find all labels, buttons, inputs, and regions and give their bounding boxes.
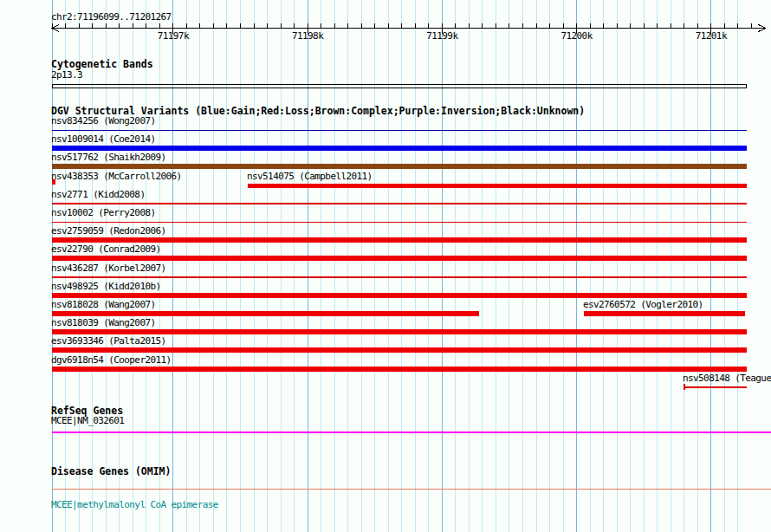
- variant-bar[interactable]: [248, 184, 747, 188]
- variant-bar[interactable]: [52, 293, 747, 298]
- variant-bar[interactable]: [52, 130, 747, 132]
- variant-label[interactable]: nsv438353 (McCarroll2006): [51, 172, 182, 181]
- variant-label[interactable]: nsv508148 (Teague: [683, 373, 771, 383]
- variant-bar[interactable]: [52, 203, 747, 204]
- variant-start-tick: [684, 384, 685, 390]
- variant-bar[interactable]: [52, 164, 747, 169]
- cytoband-rect: [52, 84, 747, 88]
- cytoband-label: 2p13.3: [51, 70, 82, 80]
- variant-bar[interactable]: [52, 329, 747, 334]
- axis-tick-label: 71198k: [290, 31, 325, 41]
- axis-tick-label: 71199k: [424, 31, 459, 41]
- variant-bar[interactable]: [52, 311, 479, 316]
- variant-label[interactable]: nsv10002 (Perry2008): [51, 208, 155, 217]
- variant-label[interactable]: nsv436287 (Korbel2007): [51, 263, 166, 273]
- variant-label[interactable]: nsv818028 (Wang2007): [51, 300, 155, 309]
- variant-bar[interactable]: [584, 311, 745, 316]
- variant-label[interactable]: esv22790 (Conrad2009): [51, 244, 160, 254]
- variant-label[interactable]: nsv1009014 (Coe2014): [51, 134, 155, 144]
- axis-tick-label: 71200k: [560, 31, 594, 41]
- variant-label[interactable]: esv3693346 (Palta2015): [51, 336, 166, 346]
- variant-bar[interactable]: [684, 386, 747, 388]
- region-coordinates-label: chr2:71196099..71201267: [51, 12, 172, 22]
- axis-tick-label: 71197k: [156, 31, 191, 41]
- axis-tick-label: 71201k: [694, 31, 729, 41]
- omim-gene-label[interactable]: MCEE|methylmalonyl CoA epimerase: [51, 500, 218, 509]
- omim-gene-line[interactable]: [52, 489, 771, 490]
- section-title-cytogenetic-bands: Cytogenetic Bands: [51, 59, 153, 69]
- refseq-gene-line[interactable]: [52, 431, 771, 433]
- variant-label[interactable]: nsv514075 (Campbell2011): [247, 172, 373, 181]
- variant-label[interactable]: nsv2771 (Kidd2008): [51, 190, 145, 199]
- section-title-disease-genes-omim: Disease Genes (OMIM): [51, 466, 171, 477]
- variant-label[interactable]: esv2760572 (Vogler2010): [583, 300, 703, 309]
- variant-label[interactable]: nsv498925 (Kidd2010b): [51, 282, 160, 291]
- refseq-gene-label[interactable]: MCEE|NM_032601: [51, 416, 124, 425]
- variant-label[interactable]: nsv834256 (Wong2007): [51, 116, 155, 126]
- variant-bar[interactable]: [52, 146, 747, 151]
- variant-bar[interactable]: [52, 367, 747, 372]
- variant-label[interactable]: nsv517762 (Shaikh2009): [51, 152, 166, 162]
- variant-bar[interactable]: [52, 179, 55, 185]
- variant-bar[interactable]: [52, 237, 747, 243]
- variant-bar[interactable]: [52, 347, 747, 353]
- variant-label[interactable]: dgv6918n54 (Cooper2011): [51, 355, 172, 365]
- genome-browser-canvas: chr2:71196099..71201267 71197k71198k7119…: [0, 0, 771, 532]
- variant-bar[interactable]: [52, 222, 747, 224]
- variant-bar[interactable]: [52, 256, 747, 261]
- variant-label[interactable]: nsv818039 (Wang2007): [51, 318, 155, 328]
- variant-label[interactable]: esv2759059 (Redon2006): [51, 226, 166, 236]
- variant-bar[interactable]: [52, 276, 747, 278]
